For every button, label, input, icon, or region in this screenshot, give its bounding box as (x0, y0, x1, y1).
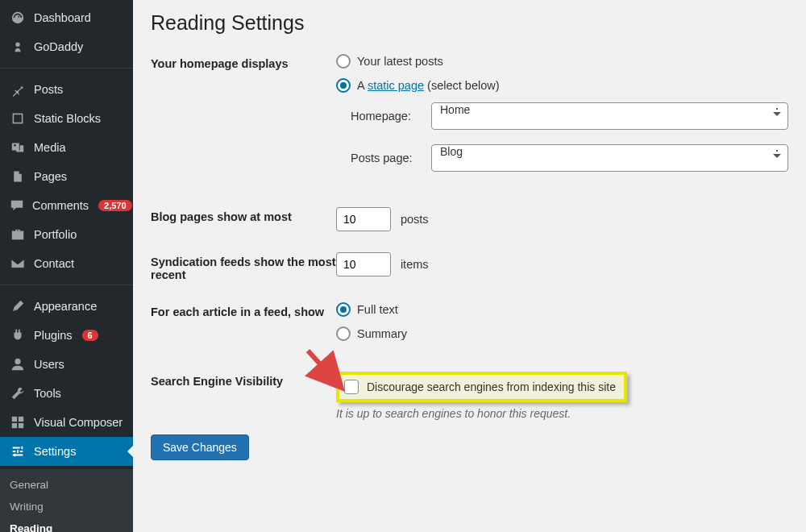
sidebar-item-label: Static Blocks (34, 112, 101, 125)
blog-pages-input[interactable] (336, 207, 391, 231)
sidebar-item-label: Appearance (34, 300, 97, 313)
svg-rect-6 (12, 423, 17, 428)
plugins-count-badge: 6 (82, 330, 98, 341)
row-syndication: Syndication feeds show the most recent i… (151, 252, 788, 281)
label-syndication: Syndication feeds show the most recent (151, 252, 336, 281)
sidebar-item-contact[interactable]: Contact (0, 249, 133, 278)
sidebar-item-label: Visual Composer (34, 416, 123, 429)
submenu-item-writing[interactable]: Writing (0, 496, 133, 517)
sidebar-item-posts[interactable]: Posts (0, 75, 133, 104)
briefcase-icon (10, 227, 26, 243)
radio-full-text-label: Full text (357, 303, 398, 316)
sidebar-item-label: Tools (34, 387, 61, 400)
media-icon (10, 139, 26, 156)
main-content: Reading Settings Your homepage displays … (133, 0, 806, 532)
svg-point-0 (15, 43, 19, 47)
svg-rect-7 (19, 423, 23, 428)
submenu-item-reading[interactable]: Reading (0, 517, 133, 532)
discourage-checkbox-label: Discourage search engines from indexing … (367, 380, 616, 393)
save-changes-button[interactable]: Save Changes (151, 434, 249, 460)
radio-full-text[interactable] (336, 302, 351, 317)
sidebar-item-plugins[interactable]: Plugins 6 (0, 321, 133, 350)
visual-composer-icon (10, 414, 26, 430)
sidebar-item-label: Posts (34, 83, 63, 96)
radio-static-page-label: A static page (select below) (357, 79, 500, 92)
comment-icon (10, 197, 24, 214)
homepage-select-value: Home (440, 103, 470, 116)
sidebar-item-label: Portfolio (34, 228, 77, 241)
postspage-select[interactable]: Blog (431, 144, 788, 172)
godaddy-icon (10, 39, 26, 55)
pushpin-icon (10, 81, 26, 98)
wrench-icon (10, 385, 26, 401)
row-homepage-displays: Your homepage displays Your latest posts… (151, 54, 788, 186)
radio-summary-label: Summary (357, 327, 407, 340)
sidebar-item-tools[interactable]: Tools (0, 379, 133, 408)
settings-submenu: General Writing Reading (0, 469, 133, 532)
sidebar-item-label: Dashboard (34, 11, 91, 24)
static-pre: A (357, 79, 368, 92)
sidebar-item-label: Settings (34, 445, 76, 458)
blog-pages-suffix: posts (401, 213, 429, 226)
homepage-select-label: Homepage: (351, 110, 423, 123)
svg-rect-5 (19, 417, 23, 422)
row-feed-article: For each article in a feed, show Full te… (151, 302, 788, 351)
sidebar-item-label: Media (34, 141, 66, 154)
sidebar-item-users[interactable]: Users (0, 350, 133, 379)
sidebar-item-label: GoDaddy (34, 40, 83, 53)
label-feed-article: For each article in a feed, show (151, 302, 336, 318)
mail-icon (10, 256, 26, 272)
sidebar-item-static-blocks[interactable]: Static Blocks (0, 104, 133, 133)
sidebar-item-portfolio[interactable]: Portfolio (0, 220, 133, 249)
row-search-visibility: Search Engine Visibility Discourage sear… (151, 372, 788, 420)
admin-sidebar: Dashboard GoDaddy Posts Static Blocks Me… (0, 0, 133, 532)
syndication-suffix: items (401, 258, 429, 271)
comments-count-badge: 2,570 (98, 200, 132, 211)
label-blog-pages: Blog pages show at most (151, 207, 336, 223)
syndication-input[interactable] (336, 252, 391, 276)
sidebar-item-settings[interactable]: Settings (0, 437, 133, 466)
sidebar-item-label: Pages (34, 170, 67, 183)
sidebar-item-appearance[interactable]: Appearance (0, 292, 133, 321)
radio-latest-posts-label: Your latest posts (357, 55, 443, 68)
sidebar-item-comments[interactable]: Comments 2,570 (0, 191, 133, 220)
row-blog-pages: Blog pages show at most posts (151, 207, 788, 231)
submenu-item-general[interactable]: General (0, 474, 133, 496)
plug-icon (10, 327, 26, 343)
sidebar-item-label: Contact (34, 257, 74, 270)
radio-latest-posts[interactable] (336, 54, 351, 69)
sidebar-item-label: Users (34, 358, 64, 371)
gauge-icon (10, 10, 26, 26)
sidebar-item-label: Comments (32, 199, 89, 212)
sidebar-item-godaddy[interactable]: GoDaddy (0, 32, 133, 61)
svg-rect-4 (12, 417, 17, 422)
sidebar-item-dashboard[interactable]: Dashboard (0, 3, 133, 32)
discourage-checkbox[interactable] (344, 380, 359, 394)
page-icon (10, 168, 26, 185)
static-post: (select below) (424, 79, 499, 92)
brush-icon (10, 298, 26, 314)
svg-point-3 (15, 359, 20, 364)
page-title: Reading Settings (151, 11, 788, 35)
static-page-link[interactable]: static page (368, 79, 424, 92)
radio-summary[interactable] (336, 326, 351, 341)
svg-point-2 (14, 144, 16, 147)
sidebar-item-pages[interactable]: Pages (0, 162, 133, 191)
user-icon (10, 356, 26, 372)
svg-rect-1 (13, 114, 22, 123)
postspage-select-value: Blog (440, 145, 463, 158)
label-search-visibility: Search Engine Visibility (151, 372, 336, 388)
square-icon (10, 110, 26, 127)
postspage-select-label: Posts page: (351, 152, 423, 164)
sidebar-item-visual-composer[interactable]: Visual Composer (0, 408, 133, 437)
radio-static-page[interactable] (336, 78, 351, 93)
sidebar-item-media[interactable]: Media (0, 133, 133, 162)
highlight-annotation: Discourage search engines from indexing … (336, 372, 627, 402)
sliders-icon (10, 443, 26, 459)
label-homepage-displays: Your homepage displays (151, 54, 336, 70)
search-visibility-note: It is up to search engines to honor this… (336, 407, 788, 420)
sidebar-item-label: Plugins (34, 329, 73, 342)
homepage-select[interactable]: Home (431, 102, 788, 130)
